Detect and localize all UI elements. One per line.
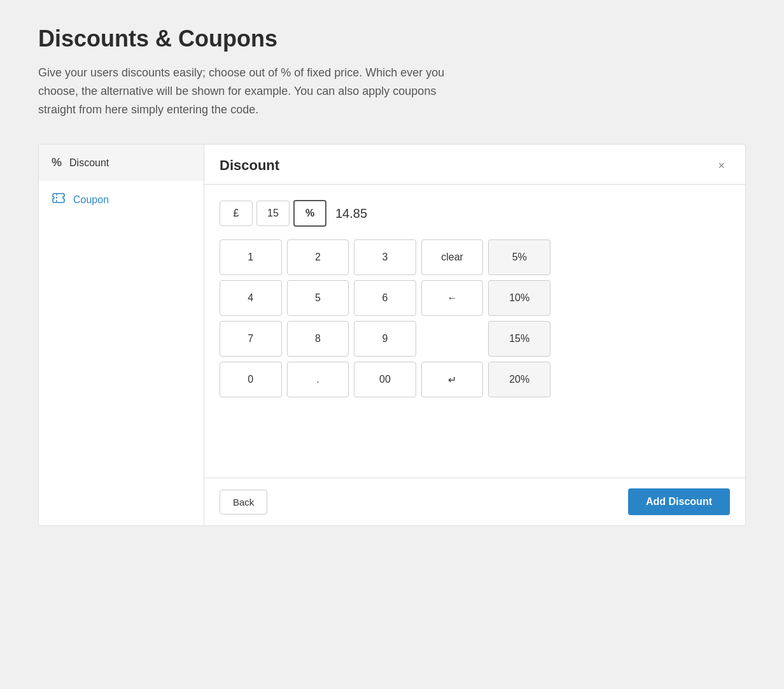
page-title: Discounts & Coupons [38, 25, 746, 52]
key-9[interactable]: 9 [354, 321, 416, 357]
key-1[interactable]: 1 [220, 239, 282, 275]
key-8[interactable]: 8 [287, 321, 349, 357]
key-10pct[interactable]: 10% [488, 280, 550, 316]
panel-body: £ 15 % 14.85 1 2 3 clear 5% 4 5 6 ← 10% [204, 185, 745, 478]
panel-footer: Back Add Discount [204, 478, 745, 525]
key-dot[interactable]: . [287, 362, 349, 397]
panel-header: Discount × [204, 145, 745, 185]
key-3[interactable]: 3 [354, 239, 416, 275]
panel-title: Discount [220, 157, 279, 174]
key-0[interactable]: 0 [220, 362, 282, 397]
key-4[interactable]: 4 [220, 280, 282, 316]
key-20pct[interactable]: 20% [488, 362, 550, 397]
percent-toggle-button[interactable]: % [293, 200, 326, 227]
key-15pct[interactable]: 15% [488, 321, 550, 357]
back-button[interactable]: Back [220, 490, 267, 515]
sidebar-item-discount[interactable]: % Discount [39, 145, 204, 181]
add-discount-button[interactable]: Add Discount [628, 488, 730, 515]
key-5pct[interactable]: 5% [488, 239, 550, 275]
main-card: % Discount Coupon Discount × £ 15 % [38, 144, 746, 526]
key-00[interactable]: 00 [354, 362, 416, 397]
key-empty-1 [421, 321, 484, 357]
key-6[interactable]: 6 [354, 280, 416, 316]
percent-icon: % [52, 156, 62, 169]
key-2[interactable]: 2 [287, 239, 349, 275]
key-7[interactable]: 7 [220, 321, 282, 357]
key-clear[interactable]: clear [421, 239, 484, 275]
sidebar: % Discount Coupon [39, 145, 204, 525]
main-panel: Discount × £ 15 % 14.85 1 2 3 clear 5% 4 [204, 145, 745, 525]
page-description: Give your users discounts easily; choose… [38, 64, 471, 118]
display-row: £ 15 % 14.85 [220, 200, 730, 227]
key-backspace[interactable]: ← [421, 280, 484, 316]
key-5[interactable]: 5 [287, 280, 349, 316]
close-button[interactable]: × [713, 157, 730, 174]
key-enter[interactable]: ↵ [421, 362, 484, 397]
currency-button[interactable]: £ [220, 201, 253, 226]
sidebar-item-coupon[interactable]: Coupon [39, 181, 204, 218]
result-value: 14.85 [335, 206, 367, 221]
keypad: 1 2 3 clear 5% 4 5 6 ← 10% 7 8 9 15% 0 . [220, 239, 550, 397]
sidebar-coupon-label: Coupon [73, 194, 109, 206]
sidebar-discount-label: Discount [69, 157, 109, 169]
ticket-icon [52, 192, 66, 207]
value-button[interactable]: 15 [256, 201, 290, 226]
